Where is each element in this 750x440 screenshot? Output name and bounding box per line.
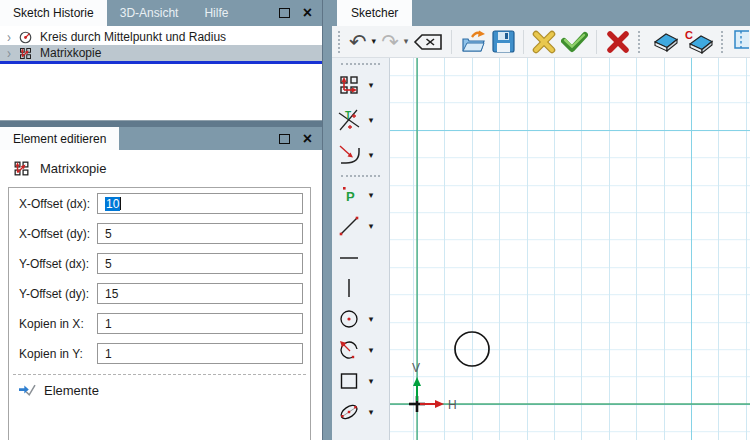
pick-elements-icon xyxy=(18,382,36,398)
eraser-button[interactable] xyxy=(649,29,679,55)
undo-button[interactable]: ↶ xyxy=(349,29,367,55)
palette-grip-handle[interactable] xyxy=(341,63,380,65)
toolbar-separator xyxy=(451,30,452,54)
maximize-icon[interactable] xyxy=(279,8,290,18)
expand-chevron-icon[interactable]: › xyxy=(7,46,11,60)
dropdown-caret-icon[interactable]: ▾ xyxy=(366,407,376,417)
tree-item-label: Kreis durch Mittelpunkt und Radius xyxy=(40,30,226,44)
dropdown-caret-icon[interactable]: ▾ xyxy=(366,345,376,355)
save-button[interactable] xyxy=(492,29,515,55)
copies-in-x-input[interactable]: 1 xyxy=(97,313,303,334)
dropdown-caret-icon[interactable]: ▾ xyxy=(366,376,376,386)
undo-dropdown-caret-icon[interactable]: ▾ xyxy=(372,37,377,46)
arc-tool[interactable]: ▾ xyxy=(332,334,389,365)
open-file-button[interactable] xyxy=(460,29,487,55)
maximize-icon[interactable] xyxy=(279,134,290,144)
matrix-copy-icon xyxy=(337,73,361,97)
point-icon: P xyxy=(337,183,361,207)
rectangle-tool[interactable]: ▾ xyxy=(332,365,389,396)
vertical-line-icon xyxy=(337,276,361,300)
point-tool[interactable]: P ▾ xyxy=(332,179,389,210)
tab-sketch-historie[interactable]: Sketch Historie xyxy=(0,0,107,26)
input-value: 5 xyxy=(105,227,112,241)
input-value: 1 xyxy=(105,317,112,331)
toolbar-separator xyxy=(523,30,524,54)
sketcher-toolbar: ↶ ▾ ↷ ▾ xyxy=(332,26,750,58)
edit-header: Matrixkopie xyxy=(0,150,322,178)
redo-icon: ↷ xyxy=(381,31,399,52)
sketch-circle[interactable] xyxy=(455,332,489,366)
tree-selection-underline xyxy=(0,61,322,64)
tree-row-kreis[interactable]: › Kreis durch Mittelpunkt und Radius xyxy=(0,29,322,45)
tab-3d-ansicht[interactable]: 3D-Ansicht xyxy=(107,0,192,26)
element-edit-panel: Element editieren × Matrixkopie xyxy=(0,127,322,440)
trim-tool[interactable]: T ▾ xyxy=(332,102,389,137)
close-icon[interactable]: × xyxy=(303,131,312,147)
matrix-copy-icon xyxy=(18,46,33,61)
dropdown-caret-icon[interactable]: ▾ xyxy=(366,221,376,231)
field-row: Y-Offset (dy): 15 xyxy=(9,283,310,304)
horizontal-line-tool[interactable] xyxy=(332,241,389,272)
eraser-c-button[interactable]: C xyxy=(684,29,714,55)
svg-text:C: C xyxy=(685,30,693,41)
dropdown-caret-icon[interactable]: ▾ xyxy=(366,314,376,324)
discard-button[interactable] xyxy=(532,29,556,55)
eraser-c-icon: C xyxy=(684,30,714,54)
expand-chevron-icon[interactable]: › xyxy=(7,30,11,44)
close-icon[interactable]: × xyxy=(303,5,312,21)
x-offset-dy-input[interactable]: 5 xyxy=(97,223,303,244)
confirm-check-icon xyxy=(561,31,588,53)
vertical-line-tool[interactable] xyxy=(332,272,389,303)
backspace-delete-button[interactable] xyxy=(413,29,443,55)
field-row: Y-Offset (dx): 5 xyxy=(9,253,310,274)
dropdown-caret-icon[interactable]: ▾ xyxy=(366,80,376,90)
tab-element-editieren[interactable]: Element editieren xyxy=(0,127,119,150)
field-label: X-Offset (dy): xyxy=(19,227,97,241)
y-offset-dy-input[interactable]: 15 xyxy=(97,283,303,304)
h-axis-label: H xyxy=(448,398,457,412)
field-label: Kopien in X: xyxy=(19,317,97,331)
line-icon xyxy=(337,214,361,238)
dropdown-caret-icon[interactable]: ▾ xyxy=(366,115,376,125)
tree-item-label: Matrixkopie xyxy=(40,46,101,60)
input-value: 15 xyxy=(105,287,118,301)
line-tool[interactable]: ▾ xyxy=(332,210,389,241)
sketch-canvas[interactable]: V H xyxy=(390,58,750,440)
tab-hilfe[interactable]: Hilfe xyxy=(191,0,241,26)
tree-row-matrixkopie[interactable]: › Matrixkopie xyxy=(0,45,322,61)
elements-button[interactable]: Elemente xyxy=(9,382,310,398)
input-value: 5 xyxy=(105,257,112,271)
ellipse-tool[interactable]: ▾ xyxy=(332,396,389,427)
matrix-copy-tool[interactable]: ▾ xyxy=(332,67,389,102)
y-offset-dx-input[interactable]: 5 xyxy=(97,253,303,274)
elements-label: Elemente xyxy=(44,383,99,398)
save-floppy-icon xyxy=(492,30,515,53)
dropdown-caret-icon[interactable]: ▾ xyxy=(366,150,376,160)
origin-marker: V H xyxy=(409,361,457,412)
fillet-tool[interactable]: ▾ xyxy=(332,137,389,172)
palette-grip-handle[interactable] xyxy=(341,175,380,177)
toolbar-grip-handle[interactable] xyxy=(721,31,725,53)
x-offset-dx-input[interactable]: 10 xyxy=(97,193,303,214)
field-label: Y-Offset (dy): xyxy=(19,287,97,301)
h-axis-arrow-icon xyxy=(435,400,444,408)
clipped-toolbar-button[interactable] xyxy=(732,28,749,55)
tab-sketcher[interactable]: Sketcher xyxy=(337,0,412,26)
toolbar-grip-handle[interactable] xyxy=(338,31,342,53)
dropdown-caret-icon[interactable]: ▾ xyxy=(366,190,376,200)
edit-tabbar: Element editieren × xyxy=(0,127,322,150)
cancel-button[interactable] xyxy=(605,29,631,55)
arc-icon xyxy=(337,338,361,362)
field-label: X-Offset (dx): xyxy=(19,197,97,211)
circle-tool[interactable]: ▾ xyxy=(332,303,389,334)
toolbar-grip-handle[interactable] xyxy=(638,31,642,53)
discard-x-icon xyxy=(532,30,556,54)
circle-center-radius-icon xyxy=(18,30,33,45)
canvas-overlay: V H xyxy=(390,58,750,440)
redo-button[interactable]: ↷ xyxy=(381,29,399,55)
redo-dropdown-caret-icon[interactable]: ▾ xyxy=(404,37,409,46)
history-window-buttons: × xyxy=(279,0,322,26)
confirm-button[interactable] xyxy=(561,29,588,55)
vertical-splitter[interactable] xyxy=(322,0,332,440)
copies-in-y-input[interactable]: 1 xyxy=(97,343,303,364)
